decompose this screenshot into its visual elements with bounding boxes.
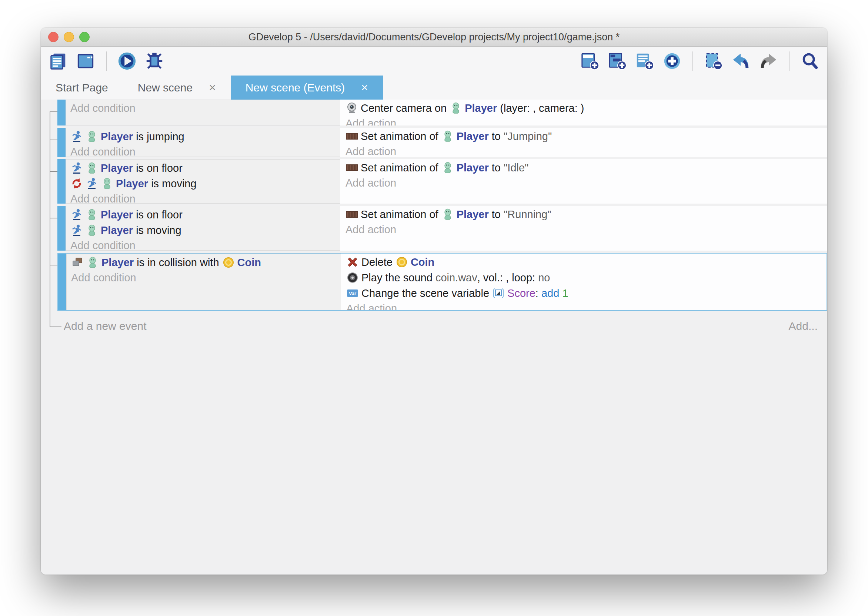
event-row[interactable]: Player is jumpingAdd conditionSet animat… <box>57 128 827 157</box>
action-line[interactable]: Set animation of Player to "Running" <box>346 207 827 222</box>
coin-icon <box>222 256 235 269</box>
event-drag-handle[interactable] <box>57 159 66 204</box>
animation-icon <box>346 208 358 221</box>
condition-line[interactable]: Player is on floor <box>70 160 340 176</box>
add-circle-icon[interactable] <box>661 50 683 72</box>
condition-text: is jumping <box>133 131 184 143</box>
condition-text: Player <box>101 162 133 174</box>
event-drag-handle[interactable] <box>57 100 66 126</box>
add-new-event-link[interactable]: Add a new event <box>64 320 147 332</box>
undo-icon[interactable] <box>730 50 752 72</box>
action-text: no <box>538 272 550 284</box>
event-drag-handle[interactable] <box>58 254 66 310</box>
tab-label: New scene (Events) <box>245 82 345 94</box>
condition-line[interactable]: Player is jumping <box>70 129 340 145</box>
add-condition-link[interactable]: Add condition <box>70 101 340 115</box>
tree-branch-line <box>50 218 57 218</box>
condition-text: is moving <box>148 178 197 190</box>
add-action-link[interactable]: Add action <box>346 116 827 126</box>
toolbar-divider <box>789 52 789 71</box>
variable-icon: Var <box>346 287 359 300</box>
add-event-icon[interactable] <box>579 50 601 72</box>
titlebar: GDevelop 5 - /Users/david/Documents/GDev… <box>41 28 827 47</box>
invert-icon <box>70 177 83 190</box>
player-icon <box>85 224 98 237</box>
tab-start-page[interactable]: Start Page <box>41 75 123 100</box>
event-drag-handle[interactable] <box>57 206 66 251</box>
conditions-cell: Player is on floorPlayer is movingAdd co… <box>66 159 340 204</box>
action-line[interactable]: VarChange the scene variable Score: add … <box>346 285 827 301</box>
condition-text: is in collision with <box>134 256 222 269</box>
play-icon[interactable] <box>116 50 138 72</box>
action-line[interactable]: Set animation of Player to "Idle" <box>346 160 827 176</box>
player-icon <box>85 208 98 221</box>
add-action-link[interactable]: Add action <box>346 144 827 157</box>
add-action-link[interactable]: Add action <box>346 222 827 237</box>
add-action-link[interactable]: Add action <box>346 301 827 310</box>
action-line[interactable]: Center camera on Player (layer: , camera… <box>346 100 827 116</box>
action-text: Player <box>457 208 489 221</box>
actions-cell: Delete CoinPlay the sound coin.wav, vol.… <box>341 254 827 310</box>
conditions-cell: Add condition <box>66 100 340 126</box>
redo-icon[interactable] <box>758 50 779 72</box>
add-condition-link[interactable]: Add condition <box>70 145 340 157</box>
event-row[interactable]: Player is in collision with CoinAdd cond… <box>57 253 827 311</box>
gdevelop-window: GDevelop 5 - /Users/david/Documents/GDev… <box>41 28 827 575</box>
tab-new-scene[interactable]: New scene × <box>123 75 231 100</box>
add-condition-link[interactable]: Add condition <box>70 192 340 204</box>
tab-new-scene-events[interactable]: New scene (Events) × <box>231 75 383 100</box>
event-row[interactable]: Player is on floorPlayer is movingAdd co… <box>57 206 827 251</box>
add-condition-link[interactable]: Add condition <box>70 238 340 251</box>
toolbar-divider <box>106 52 107 71</box>
scene-window-icon[interactable] <box>75 50 96 72</box>
action-text: : <box>535 287 541 300</box>
search-icon[interactable] <box>799 50 821 72</box>
event-row[interactable]: Add conditionCenter camera on Player (la… <box>57 100 827 126</box>
events-list: Add conditionCenter camera on Player (la… <box>57 100 827 311</box>
add-comment-icon[interactable] <box>634 50 656 72</box>
condition-text: is moving <box>133 224 181 237</box>
condition-text: Player <box>101 209 133 221</box>
action-text: Score <box>507 287 535 300</box>
close-tab-icon[interactable]: × <box>209 81 216 94</box>
close-window-button[interactable] <box>48 32 58 42</box>
action-line[interactable]: Play the sound coin.wav, vol.: , loop: n… <box>346 270 827 285</box>
condition-text: Player <box>101 224 133 237</box>
condition-line[interactable]: Player is on floor <box>70 207 340 223</box>
animation-icon <box>346 130 358 143</box>
action-text: Change the scene variable <box>362 287 492 300</box>
add-more-link[interactable]: Add... <box>789 320 818 332</box>
event-drag-handle[interactable] <box>57 128 66 157</box>
delete-icon <box>346 256 359 269</box>
platformer-icon <box>70 224 83 237</box>
action-text <box>559 287 562 300</box>
action-text: , vol.: , loop: <box>477 272 538 284</box>
condition-line[interactable]: Player is moving <box>70 223 340 238</box>
condition-line[interactable]: Player is in collision with Coin <box>71 255 341 270</box>
events-footer: Add a new event Add... <box>64 320 818 332</box>
platformer-icon <box>85 177 98 190</box>
player-icon <box>86 256 99 269</box>
action-text: to <box>489 162 504 174</box>
action-line[interactable]: Set animation of Player to "Jumping" <box>346 129 827 144</box>
zoom-window-button[interactable] <box>79 32 90 42</box>
delete-selection-icon[interactable] <box>703 50 724 72</box>
event-row[interactable]: Player is on floorPlayer is movingAdd co… <box>57 159 827 204</box>
actions-cell: Center camera on Player (layer: , camera… <box>340 100 827 126</box>
action-text: "Jumping" <box>504 130 552 143</box>
condition-text: Player <box>101 256 134 269</box>
condition-line[interactable]: Player is moving <box>70 176 340 192</box>
minimize-window-button[interactable] <box>64 32 74 42</box>
player-icon <box>442 208 454 221</box>
add-condition-link[interactable]: Add condition <box>71 270 341 285</box>
close-tab-icon[interactable]: × <box>361 81 368 94</box>
player-icon <box>85 162 98 174</box>
project-manager-icon[interactable] <box>47 50 69 72</box>
action-line[interactable]: Delete Coin <box>346 254 827 270</box>
tab-label: Start Page <box>55 82 108 94</box>
add-subevent-icon[interactable] <box>607 50 628 72</box>
sound-icon <box>346 271 359 284</box>
actions-cell: Set animation of Player to "Jumping"Add … <box>340 128 827 157</box>
add-action-link[interactable]: Add action <box>346 176 827 190</box>
debug-icon[interactable] <box>144 50 165 72</box>
